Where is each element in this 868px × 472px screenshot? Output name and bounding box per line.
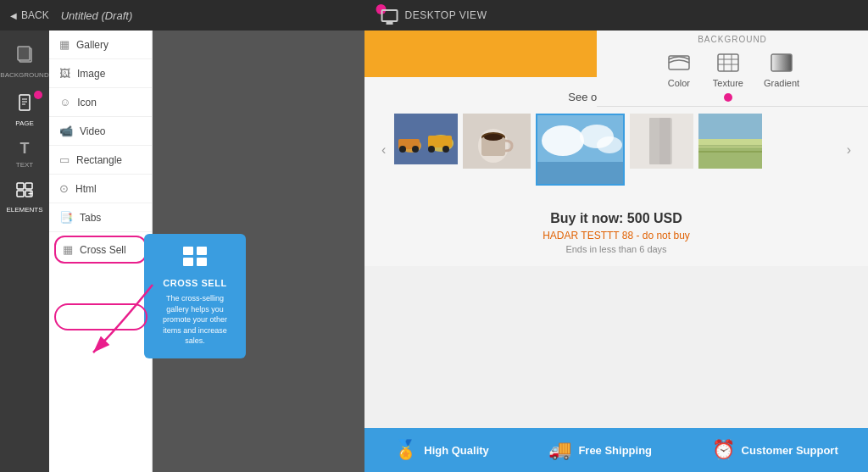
crosssell-icon: ▦: [63, 243, 73, 256]
icon-element-icon: ☺: [59, 96, 70, 108]
element-video[interactable]: 📹 Video: [49, 117, 152, 146]
carousel-item-cars[interactable]: [394, 114, 458, 164]
element-html[interactable]: ⊙ Html: [49, 175, 152, 203]
icon-label: Icon: [77, 97, 97, 108]
svg-point-28: [399, 146, 406, 153]
carousel-item-sky[interactable]: [536, 114, 625, 186]
top-bar: BACK Untitled (Draft) DESKTOP VIEW: [0, 0, 868, 31]
desktop-view-button[interactable]: DESKTOP VIEW: [381, 9, 487, 22]
texture-selected-dot: [724, 93, 732, 102]
carousel-next-arrow[interactable]: ›: [843, 139, 854, 161]
background-panel: BACKGROUND Color T: [597, 31, 868, 107]
elements-icon: +: [16, 182, 33, 201]
page-icon: [18, 94, 31, 114]
svg-point-31: [442, 146, 449, 153]
product-price: Buy it now: 500 USD: [378, 211, 854, 226]
crosssell-label: Cross Sell: [80, 244, 126, 256]
carousel-container: ‹: [378, 114, 854, 186]
tooltip-title: CROSS SELL: [154, 278, 236, 288]
rectangle-icon: ▭: [59, 153, 70, 166]
svg-rect-1: [718, 54, 738, 71]
element-icon[interactable]: ☺ Icon: [49, 88, 152, 117]
gallery-icon: ▦: [59, 38, 70, 51]
background-icon: [17, 46, 32, 66]
image-label: Image: [77, 68, 105, 80]
bg-texture-option[interactable]: Texture: [713, 51, 743, 102]
bg-options: Color Texture: [665, 51, 799, 102]
sidebar-item-text[interactable]: T TEXT: [0, 134, 49, 175]
carousel-prev-arrow[interactable]: ‹: [378, 139, 389, 161]
svg-point-36: [484, 134, 503, 141]
element-image[interactable]: 🖼 Image: [49, 59, 152, 88]
quality-icon: 🏅: [394, 439, 417, 461]
html-label: Html: [75, 183, 97, 195]
text-icon: T: [20, 141, 30, 156]
element-rectangle[interactable]: ▭ Rectangle: [49, 146, 152, 175]
carousel-item-pants[interactable]: [630, 114, 693, 169]
support-icon: ⏰: [712, 439, 735, 461]
svg-rect-44: [649, 118, 660, 164]
element-gallery[interactable]: ▦ Gallery: [49, 31, 152, 59]
shipping-label: Free Shipping: [578, 444, 652, 457]
page-label: PAGE: [15, 119, 34, 127]
bg-panel-title: BACKGROUND: [698, 35, 767, 44]
sidebar-item-elements[interactable]: + ELEMENTS: [0, 175, 49, 220]
sidebar-item-page[interactable]: PAGE: [0, 87, 49, 134]
page-active-dot: [34, 91, 42, 99]
background-label: BACKGROUND: [0, 71, 48, 79]
rectangle-label: Rectangle: [76, 154, 122, 166]
tooltip-icon: [154, 246, 236, 273]
svg-point-39: [542, 125, 584, 156]
image-icon: 🖼: [59, 67, 70, 80]
tabs-icon: 📑: [59, 211, 73, 224]
carousel-items: [394, 114, 837, 186]
video-icon: 📹: [59, 125, 73, 137]
svg-rect-21: [197, 258, 207, 266]
svg-rect-8: [18, 47, 30, 60]
svg-rect-6: [771, 54, 792, 71]
texture-label: Texture: [713, 78, 743, 88]
video-label: Video: [80, 125, 105, 137]
html-icon: ⊙: [59, 182, 69, 195]
tooltip-popup: CROSS SELL The cross-selling gallery hel…: [144, 234, 246, 358]
svg-point-30: [428, 146, 435, 153]
bg-gradient-option[interactable]: Gradient: [764, 51, 799, 88]
texture-icon: [715, 51, 742, 75]
back-label: BACK: [21, 9, 49, 21]
back-button[interactable]: BACK: [10, 9, 49, 21]
elements-label: ELEMENTS: [6, 206, 42, 214]
color-icon: [665, 51, 693, 75]
svg-rect-45: [659, 118, 670, 164]
product-info: Buy it now: 500 USD HADAR TESTTT 88 - do…: [364, 199, 868, 266]
svg-point-41: [597, 136, 622, 153]
text-label: TEXT: [16, 161, 33, 169]
svg-text:+: +: [28, 189, 33, 197]
product-ends: Ends in less than 6 days: [378, 244, 854, 254]
svg-rect-14: [25, 183, 32, 189]
color-label: Color: [668, 78, 690, 88]
sidebar-item-background[interactable]: BACKGROUND: [0, 37, 49, 87]
bg-color-option[interactable]: Color: [665, 51, 693, 88]
svg-rect-13: [17, 183, 24, 189]
draft-title: Untitled (Draft): [61, 9, 133, 22]
carousel-item-coffee[interactable]: [463, 114, 531, 169]
desktop-view-label: DESKTOP VIEW: [405, 9, 487, 21]
gallery-label: Gallery: [76, 39, 108, 51]
desktop-icon: [381, 9, 398, 22]
product-name: HADAR TESTTT 88 - do not buy: [378, 230, 854, 242]
element-crosssell[interactable]: ▦ Cross Sell: [54, 236, 147, 264]
gradient-label: Gradient: [764, 78, 799, 88]
svg-rect-9: [19, 95, 30, 110]
shipping-icon: 🚚: [548, 439, 571, 461]
carousel-item-field[interactable]: [698, 114, 762, 169]
quality-label: High Quality: [424, 444, 489, 457]
element-tabs[interactable]: 📑 Tabs: [49, 203, 152, 232]
footer-quality: 🏅 High Quality: [394, 439, 489, 461]
left-sidebar: BACKGROUND PAGE T TEXT: [0, 31, 49, 472]
svg-rect-15: [17, 191, 24, 197]
svg-rect-38: [537, 162, 625, 186]
tooltip-desc: The cross-selling gallery helps you prom…: [154, 293, 236, 347]
svg-rect-19: [197, 247, 207, 255]
elements-panel: ▦ Gallery 🖼 Image ☺ Icon 📹 Video ▭ Recta…: [49, 31, 153, 472]
svg-rect-18: [183, 247, 193, 255]
